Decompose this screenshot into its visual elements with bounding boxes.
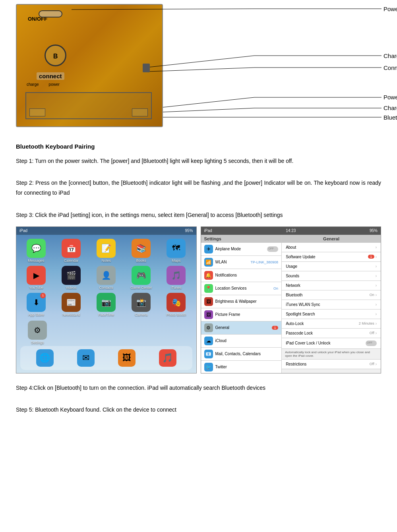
airplane-toggle[interactable]: OFF	[267, 246, 278, 252]
settings-itunes-wlan[interactable]: iTunes WLAN Sync ›	[282, 300, 381, 310]
ipad-home-statusbar: iPad 95%	[16, 227, 196, 235]
settings-bluetooth[interactable]: Bluetooth On ›	[282, 290, 381, 300]
dock-photos[interactable]: 🖼	[118, 349, 136, 367]
connect-text: connect	[37, 72, 64, 80]
mail-label: Mail, Contacts, Calendars	[215, 352, 279, 356]
auto-lock-value: 2 Minutes ›	[359, 321, 377, 326]
brightness-label: Brightness & Wallpaper	[215, 299, 279, 304]
settings-mail[interactable]: 📧 Mail, Contacts, Calendars	[201, 348, 282, 361]
step3-text: Step 3: Click the iPad [setting] icon, i…	[16, 210, 381, 220]
spotlight-label: Spotlight Search	[286, 312, 315, 316]
power-indicator-label: Power Indicator Light	[383, 94, 397, 101]
list-item[interactable]: ▶YouTube	[20, 266, 52, 290]
list-item[interactable]: 🗺Maps	[160, 239, 192, 263]
screenshots-row: iPad 95% 💬Messages 📅Calendar 📝Notes 📚Boo…	[16, 226, 381, 373]
section-title: Bluetooth Keyboard Pairing	[16, 143, 381, 150]
ipad-home-screen: iPad 95% 💬Messages 📅Calendar 📝Notes 📚Boo…	[16, 227, 196, 373]
svg-line-3	[163, 97, 254, 107]
charge-power-row: charge power	[27, 82, 60, 87]
charge-interface-label: Charge interface	[383, 52, 397, 59]
svg-line-4	[163, 108, 254, 112]
list-item[interactable]: 📅Calendar	[55, 239, 87, 263]
twitter-label: Twitter	[215, 365, 279, 369]
passcode-label: Passcode Lock	[286, 331, 313, 335]
location-icon: 📍	[204, 284, 213, 293]
ipad-cover-toggle[interactable]: OFF	[366, 340, 377, 346]
list-item[interactable]: 🎬Videos	[55, 266, 87, 290]
dock-music[interactable]: 🎵	[159, 349, 176, 367]
settings-sounds[interactable]: Sounds ›	[282, 271, 381, 281]
sounds-label: Sounds	[286, 274, 299, 278]
settings-spotlight[interactable]: Spotlight Search ›	[282, 310, 381, 319]
settings-software-update[interactable]: Software Update 1 ›	[282, 252, 381, 262]
settings-brightness[interactable]: 🖼 Brightness & Wallpaper	[201, 295, 282, 308]
itunes-wlan-chevron: ›	[376, 302, 377, 307]
step5-text: Step 5: Bluetooth Keyboard found. Click …	[16, 405, 381, 415]
network-label: Network	[286, 283, 300, 288]
list-item[interactable]: 👤Contacts	[90, 266, 122, 290]
settings-airplane-mode[interactable]: ✈ Airplane Mode OFF	[201, 243, 282, 256]
settings-restrictions[interactable]: Restrictions Off ›	[282, 360, 381, 369]
settings-ipad-label: iPad	[204, 228, 212, 233]
list-item[interactable]: 1⬇App Store	[20, 293, 52, 317]
settings-battery: 95%	[370, 228, 378, 233]
charge-port	[143, 64, 150, 72]
connect-button-label: Connect button	[383, 64, 397, 71]
icloud-label: iCloud	[215, 339, 279, 343]
mail-icon: 📧	[204, 350, 213, 358]
step4-text: Step 4:Click on [Bluetooth] to turn on t…	[16, 383, 381, 393]
settings-ipad-cover[interactable]: iPad Cover Lock / Unlock OFF	[282, 338, 381, 349]
settings-passcode-lock[interactable]: Passcode Lock Off ›	[282, 329, 381, 338]
settings-auto-lock[interactable]: Auto-Lock 2 Minutes ›	[282, 319, 381, 329]
wlan-icon: 📶	[204, 258, 213, 267]
list-item[interactable]: 📸Camera	[125, 293, 157, 317]
restrictions-label: Restrictions	[286, 362, 306, 366]
svg-line-1	[149, 56, 254, 67]
list-item[interactable]: 📰Newsstand	[55, 293, 87, 317]
settings-location[interactable]: 📍 Location Services On	[201, 282, 282, 295]
list-item[interactable]: 🎭Photo Booth	[160, 293, 192, 317]
picture-frame-icon: 🖼	[204, 310, 213, 319]
settings-picture-frame[interactable]: 🖼 Picture Frame	[201, 308, 282, 321]
ipad-home-screenshot: iPad 95% 💬Messages 📅Calendar 📝Notes 📚Boo…	[16, 226, 197, 373]
settings-network[interactable]: Network ›	[282, 281, 381, 290]
about-label: About	[286, 245, 296, 250]
airplane-icon: ✈	[204, 245, 213, 253]
settings-notifications[interactable]: 🔔 Notifications	[201, 269, 282, 282]
settings-icloud[interactable]: ☁ iCloud	[201, 335, 282, 348]
list-item[interactable]: 📝Notes	[90, 239, 122, 263]
svg-line-2	[149, 68, 254, 72]
wlan-label: WLAN	[215, 260, 248, 264]
icloud-icon: ☁	[204, 337, 213, 345]
settings-right-title: General	[282, 235, 381, 243]
settings-body: Settings ✈ Airplane Mode OFF 📶 WLAN TP-L…	[201, 235, 381, 373]
settings-wlan[interactable]: 📶 WLAN TP-LINK_380908	[201, 256, 282, 269]
power-switch-slider	[39, 10, 62, 17]
power-switch-label: Power Switch	[383, 6, 397, 12]
ipad-cover-label: iPad Cover Lock / Unlock	[286, 341, 330, 345]
dock-mail[interactable]: ✉	[77, 349, 95, 367]
settings-twitter[interactable]: 🐦 Twitter	[201, 361, 282, 373]
restrictions-value: Off ›	[370, 362, 377, 366]
list-item[interactable]: 📚Books	[125, 239, 157, 263]
ipad-icons-grid: 💬Messages 📅Calendar 📝Notes 📚Books 🗺Maps …	[16, 235, 196, 321]
picture-frame-label: Picture Frame	[215, 312, 279, 317]
list-item[interactable]: 🎵iTunes	[160, 266, 192, 290]
ipad-cover-note: Automatically lock and unlock your iPad …	[282, 349, 381, 360]
dock-safari[interactable]: 🌐	[36, 349, 54, 367]
network-chevron: ›	[376, 283, 377, 288]
list-item[interactable]: 💬Messages	[20, 239, 52, 263]
list-item[interactable]: 📷FaceTime	[90, 293, 122, 317]
bottom-indicator-box	[25, 92, 152, 119]
spotlight-chevron: ›	[376, 312, 377, 316]
list-item[interactable]: 🎮Game Center	[125, 266, 157, 290]
settings-icon-home[interactable]: ⚙ Settings	[20, 321, 55, 344]
settings-general[interactable]: ⚙ General 1	[201, 321, 282, 335]
general-icon: ⚙	[204, 323, 213, 332]
location-label: Location Services	[215, 286, 271, 290]
settings-usage[interactable]: Usage ›	[282, 262, 381, 271]
settings-about[interactable]: About ›	[282, 243, 381, 252]
settings-time: 14:23	[286, 228, 296, 233]
general-label: General	[215, 325, 270, 330]
device-image: ON/OFF ʙ connect charge power	[16, 4, 163, 127]
